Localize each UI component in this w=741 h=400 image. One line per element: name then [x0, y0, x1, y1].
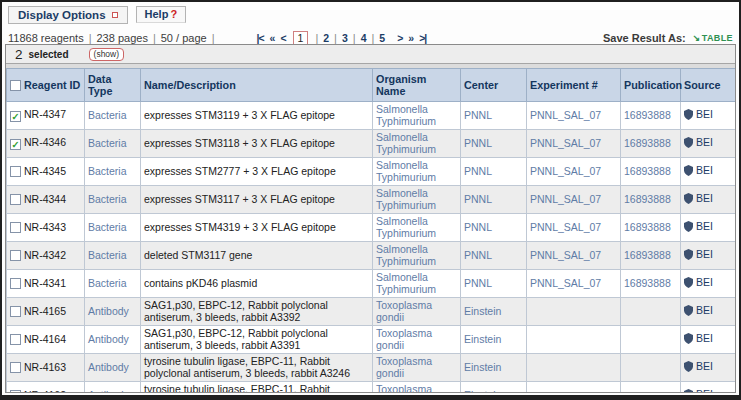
publication-link[interactable]: 16893888	[624, 137, 671, 149]
organism-name-link[interactable]: Salmonella Typhimurium	[376, 187, 436, 211]
experiment-link[interactable]: PNNL_SAL_07	[530, 221, 601, 233]
reagent-id-cell: NR-4344	[7, 186, 85, 214]
selected-count: 2	[15, 47, 23, 62]
publication-cell: 16893888	[621, 270, 681, 298]
data-type-link[interactable]: Antibody	[88, 389, 129, 392]
organism-name-link[interactable]: Salmonella Typhimurium	[376, 103, 436, 127]
page-link-5[interactable]: 5	[379, 32, 385, 44]
source-link[interactable]: BEI	[684, 137, 713, 149]
row-checkbox[interactable]	[10, 250, 21, 261]
name-description-cell: expresses STM2777 + 3 X FLAG epitope	[141, 158, 373, 186]
row-checkbox[interactable]	[10, 390, 21, 392]
row-checkbox[interactable]	[10, 166, 21, 177]
help-button[interactable]: Help ?	[136, 6, 187, 23]
source-link[interactable]: BEI	[684, 305, 713, 317]
display-options-button[interactable]: Display Options	[8, 6, 128, 24]
row-checkbox[interactable]	[10, 278, 21, 289]
prev-page-button[interactable]: <	[280, 32, 285, 44]
save-as-table-button[interactable]: ↘TABLE	[693, 33, 733, 43]
center-link[interactable]: Einstein	[464, 333, 501, 345]
organism-name-link[interactable]: Toxoplasma gondii	[376, 355, 432, 379]
organism-name-link[interactable]: Salmonella Typhimurium	[376, 159, 436, 183]
source-link[interactable]: BEI	[684, 333, 713, 345]
publication-link[interactable]: 16893888	[624, 221, 671, 233]
center-link[interactable]: PNNL	[464, 277, 492, 289]
data-type-link[interactable]: Bacteria	[88, 109, 127, 121]
source-link[interactable]: BEI	[684, 277, 713, 289]
show-selected-button[interactable]: (show)	[89, 48, 125, 61]
organism-name-link[interactable]: Salmonella Typhimurium	[376, 215, 436, 239]
publication-link[interactable]: 16893888	[624, 165, 671, 177]
center-link[interactable]: PNNL	[464, 165, 492, 177]
organism-name-link[interactable]: Toxoplasma gondii	[376, 327, 432, 351]
source-link[interactable]: BEI	[684, 193, 713, 205]
center-link[interactable]: PNNL	[464, 193, 492, 205]
experiment-link[interactable]: PNNL_SAL_07	[530, 249, 601, 261]
select-all-checkbox[interactable]	[10, 80, 21, 91]
data-type-cell: Antibody	[85, 382, 141, 393]
experiment-link[interactable]: PNNL_SAL_07	[530, 137, 601, 149]
center-link[interactable]: PNNL	[464, 221, 492, 233]
experiment-link[interactable]: PNNL_SAL_07	[530, 165, 601, 177]
publication-cell	[621, 354, 681, 382]
page-link-3[interactable]: 3	[342, 32, 348, 44]
center-link[interactable]: Einstein	[464, 389, 501, 392]
data-type-link[interactable]: Bacteria	[88, 249, 127, 261]
center-link[interactable]: PNNL	[464, 249, 492, 261]
first-page-button[interactable]: |<	[256, 32, 263, 44]
data-type-link[interactable]: Bacteria	[88, 137, 127, 149]
source-link[interactable]: BEI	[684, 389, 713, 392]
row-checkbox[interactable]	[10, 306, 21, 317]
publication-link[interactable]: 16893888	[624, 109, 671, 121]
source-link[interactable]: BEI	[684, 221, 713, 233]
name-description-header: Name/Description	[141, 69, 373, 102]
fast-next-button[interactable]: »	[408, 32, 413, 44]
row-checkbox[interactable]: ✓	[10, 111, 21, 122]
center-link[interactable]: Einstein	[464, 361, 501, 373]
data-type-link[interactable]: Bacteria	[88, 193, 127, 205]
data-type-link[interactable]: Antibody	[88, 333, 129, 345]
reagent-id-cell: ✓NR-4347	[7, 102, 85, 130]
page-link-4[interactable]: 4	[361, 32, 367, 44]
experiment-link[interactable]: PNNL_SAL_07	[530, 277, 601, 289]
last-page-button[interactable]: >|	[419, 32, 426, 44]
publication-cell: 16893888	[621, 102, 681, 130]
center-link[interactable]: PNNL	[464, 137, 492, 149]
center-link[interactable]: Einstein	[464, 305, 501, 317]
row-checkbox[interactable]	[10, 362, 21, 373]
page-link-2[interactable]: 2	[323, 32, 329, 44]
organism-name-link[interactable]: Salmonella Typhimurium	[376, 271, 436, 295]
data-type-link[interactable]: Bacteria	[88, 277, 127, 289]
organism-name-link[interactable]: Toxoplasma gondii	[376, 299, 432, 323]
experiment-link[interactable]: PNNL_SAL_07	[530, 193, 601, 205]
data-type-link[interactable]: Antibody	[88, 305, 129, 317]
center-cell: PNNL	[461, 130, 527, 158]
experiment-cell: PNNL_SAL_07	[527, 130, 621, 158]
source-link[interactable]: BEI	[684, 249, 713, 261]
publication-cell	[621, 298, 681, 326]
center-link[interactable]: PNNL	[464, 109, 492, 121]
row-checkbox[interactable]	[10, 222, 21, 233]
data-type-link[interactable]: Antibody	[88, 361, 129, 373]
source-link[interactable]: BEI	[684, 165, 713, 177]
fast-prev-button[interactable]: «	[270, 32, 275, 44]
next-page-button[interactable]: >	[397, 32, 402, 44]
source-link[interactable]: BEI	[684, 109, 713, 121]
source-link[interactable]: BEI	[684, 361, 713, 373]
source-label: BEI	[696, 137, 713, 149]
data-type-link[interactable]: Bacteria	[88, 165, 127, 177]
experiment-link[interactable]: PNNL_SAL_07	[530, 109, 601, 121]
publication-link[interactable]: 16893888	[624, 277, 671, 289]
organism-name-link[interactable]: Salmonella Typhimurium	[376, 243, 436, 267]
source-cell: BEI	[681, 214, 736, 242]
row-checkbox[interactable]	[10, 194, 21, 205]
organism-name-link[interactable]: Salmonella Typhimurium	[376, 131, 436, 155]
row-checkbox[interactable]: ✓	[10, 139, 21, 150]
data-type-link[interactable]: Bacteria	[88, 221, 127, 233]
row-checkbox[interactable]	[10, 334, 21, 345]
source-label: BEI	[696, 165, 713, 177]
shield-icon	[684, 333, 693, 344]
organism-name-link[interactable]: Toxoplasma gondii	[376, 383, 432, 392]
publication-link[interactable]: 16893888	[624, 249, 671, 261]
publication-link[interactable]: 16893888	[624, 193, 671, 205]
